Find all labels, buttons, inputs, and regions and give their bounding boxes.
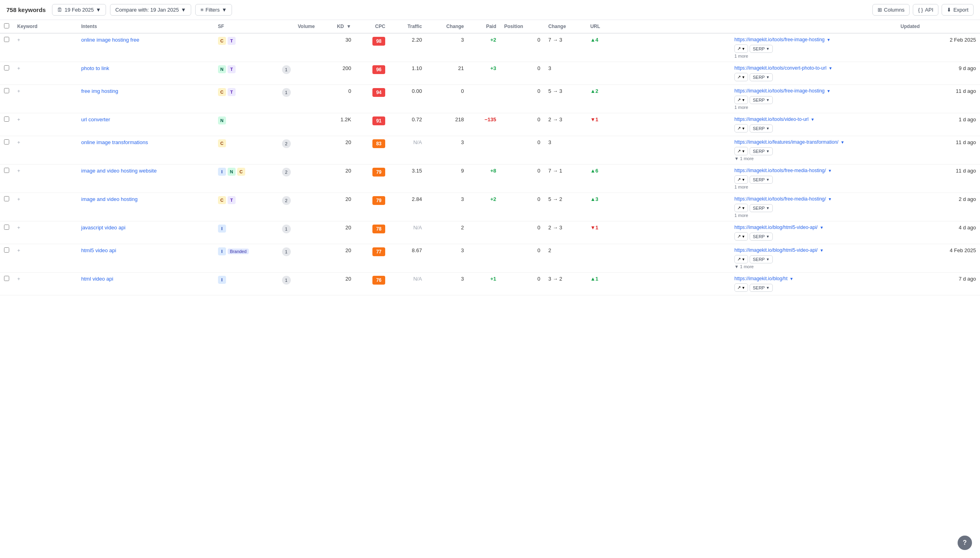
keyword-link[interactable]: free img hosting	[81, 88, 118, 94]
chart-button[interactable]: ↗ ▼	[734, 44, 748, 53]
url-link[interactable]: https://imagekit.io/tools/free-media-hos…	[734, 196, 826, 202]
serp-button[interactable]: SERP ▼	[750, 204, 773, 212]
url-link[interactable]: https://imagekit.io/tools/free-image-hos…	[734, 37, 824, 42]
row-checkbox[interactable]	[4, 168, 9, 173]
more-urls-link[interactable]: 1 more	[734, 54, 920, 58]
chart-button[interactable]: ↗ ▼	[734, 255, 748, 263]
row-checkbox[interactable]	[4, 225, 9, 230]
url-caret-icon[interactable]: ▼	[828, 197, 832, 201]
th-volume[interactable]: Volume	[278, 20, 319, 33]
serp-button[interactable]: SERP ▼	[750, 176, 773, 184]
url-caret-icon[interactable]: ▼	[828, 66, 832, 70]
row-checkbox[interactable]	[4, 196, 9, 201]
select-all-checkbox[interactable]	[4, 23, 9, 28]
export-icon: ⬇	[947, 7, 951, 13]
serp-button[interactable]: SERP ▼	[750, 233, 773, 241]
chart-button[interactable]: ↗ ▼	[734, 96, 748, 104]
url-caret-icon[interactable]: ▼	[820, 225, 824, 230]
th-traffic[interactable]: Traffic	[389, 20, 426, 33]
serp-button[interactable]: SERP ▼	[750, 45, 773, 53]
chart-button[interactable]: ↗ ▼	[734, 124, 748, 132]
position-change-cell: ▲4	[586, 33, 730, 62]
serp-button[interactable]: SERP ▼	[750, 73, 773, 81]
url-cell: https://imagekit.io/tools/free-image-hos…	[730, 33, 924, 62]
table-row: +photo to linkNT1200961.1021+303https://…	[0, 62, 980, 85]
url-link[interactable]: https://imagekit.io/tools/free-image-hos…	[734, 88, 824, 94]
url-caret-icon[interactable]: ▼	[840, 140, 844, 145]
keyword-link[interactable]: html5 video api	[81, 247, 116, 253]
serp-button[interactable]: SERP ▼	[750, 255, 773, 263]
chart-button[interactable]: ↗ ▼	[734, 204, 748, 212]
url-link[interactable]: https://imagekit.io/blog/html5-video-api…	[734, 247, 818, 253]
add-col[interactable]: +	[13, 221, 77, 244]
export-button[interactable]: ⬇ Export	[942, 4, 974, 16]
url-caret-icon[interactable]: ▼	[820, 248, 824, 253]
chart-button[interactable]: ↗ ▼	[734, 73, 748, 81]
th-position[interactable]: Position	[500, 20, 544, 33]
more-urls-link[interactable]: ▼ 1 more	[734, 264, 920, 269]
serp-button[interactable]: SERP ▼	[750, 284, 773, 292]
add-col[interactable]: +	[13, 85, 77, 113]
chart-button[interactable]: ↗ ▼	[734, 232, 748, 241]
date-picker-button[interactable]: 🗓 19 Feb 2025 ▼	[52, 4, 106, 16]
filters-button[interactable]: ≡ Filters ▼	[195, 4, 232, 16]
add-col[interactable]: +	[13, 244, 77, 273]
keyword-link[interactable]: javascript video api	[81, 225, 126, 231]
row-checkbox[interactable]	[4, 247, 9, 253]
add-col[interactable]: +	[13, 113, 77, 136]
url-link[interactable]: https://imagekit.io/blog/html5-video-api…	[734, 225, 818, 230]
more-urls-link[interactable]: 1 more	[734, 213, 920, 218]
serp-button[interactable]: SERP ▼	[750, 96, 773, 104]
intent-badge-C: C	[218, 88, 226, 96]
add-col[interactable]: +	[13, 33, 77, 62]
serp-button[interactable]: SERP ▼	[750, 147, 773, 155]
top-right-actions: ⊞ Columns { } API ⬇ Export	[872, 4, 974, 16]
more-urls-link[interactable]: 1 more	[734, 105, 920, 110]
keyword-link[interactable]: url converter	[81, 116, 110, 122]
url-link[interactable]: https://imagekit.io/blog/ht	[734, 276, 788, 281]
url-caret-icon[interactable]: ▼	[810, 117, 814, 122]
chart-button[interactable]: ↗ ▼	[734, 175, 748, 184]
intent-badge-N: N	[218, 65, 226, 73]
columns-button[interactable]: ⊞ Columns	[872, 4, 910, 16]
keyword-link[interactable]: image and video hosting	[81, 196, 138, 202]
row-checkbox[interactable]	[4, 139, 9, 145]
keyword-link[interactable]: html video api	[81, 276, 113, 282]
url-caret-icon[interactable]: ▼	[790, 277, 794, 281]
th-cpc[interactable]: CPC	[355, 20, 389, 33]
chart-button[interactable]: ↗ ▼	[734, 283, 748, 292]
url-link[interactable]: https://imagekit.io/tools/convert-photo-…	[734, 65, 826, 71]
row-checkbox[interactable]	[4, 276, 9, 281]
row-checkbox-cell	[0, 273, 13, 295]
compare-button[interactable]: Compare with: 19 Jan 2025 ▼	[110, 4, 191, 16]
add-col[interactable]: +	[13, 273, 77, 295]
more-urls-link[interactable]: ▼ 1 more	[734, 156, 920, 161]
chart-button[interactable]: ↗ ▼	[734, 147, 748, 155]
select-all-checkbox-header[interactable]	[0, 20, 13, 33]
row-checkbox[interactable]	[4, 116, 9, 122]
keyword-link[interactable]: photo to link	[81, 65, 109, 71]
more-urls-link[interactable]: 1 more	[734, 185, 920, 189]
serp-button[interactable]: SERP ▼	[750, 124, 773, 132]
add-col[interactable]: +	[13, 62, 77, 85]
url-link[interactable]: https://imagekit.io/tools/free-media-hos…	[734, 168, 826, 173]
add-col[interactable]: +	[13, 193, 77, 221]
row-checkbox[interactable]	[4, 37, 9, 42]
th-keyword[interactable]: Keyword	[13, 20, 77, 33]
row-checkbox[interactable]	[4, 65, 9, 70]
row-checkbox[interactable]	[4, 88, 9, 93]
url-link[interactable]: https://imagekit.io/tools/video-to-url	[734, 116, 808, 122]
api-button[interactable]: { } API	[913, 4, 938, 16]
th-kd[interactable]: KD ▼	[319, 20, 355, 33]
url-caret-icon[interactable]: ▼	[828, 169, 832, 173]
traffic-change-cell	[468, 221, 500, 244]
keyword-link[interactable]: image and video hosting website	[81, 168, 157, 174]
url-caret-icon[interactable]: ▼	[827, 89, 831, 93]
th-sf[interactable]: SF	[214, 20, 278, 33]
url-caret-icon[interactable]: ▼	[827, 38, 831, 42]
add-col[interactable]: +	[13, 136, 77, 165]
url-link[interactable]: https://imagekit.io/features/image-trans…	[734, 139, 838, 145]
add-col[interactable]: +	[13, 165, 77, 193]
keyword-link[interactable]: online image transformations	[81, 139, 148, 145]
keyword-link[interactable]: online image hosting free	[81, 37, 139, 43]
